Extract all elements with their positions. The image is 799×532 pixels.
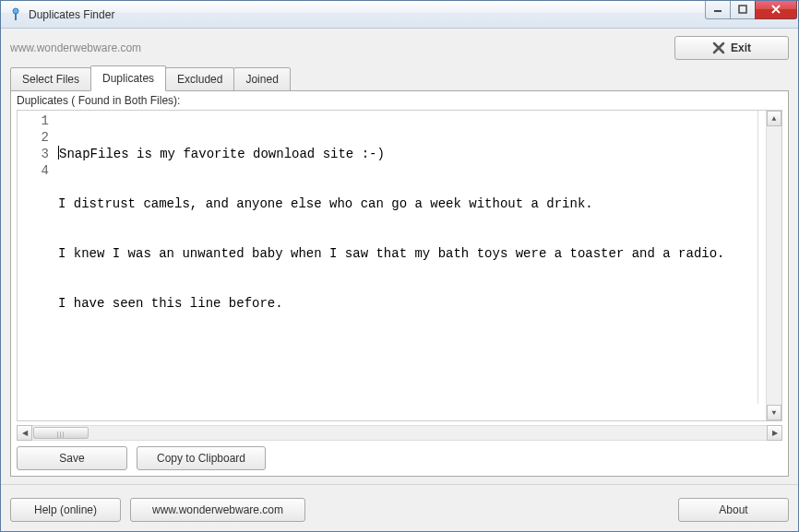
scroll-down-arrow-icon[interactable]: ▼ xyxy=(767,405,781,420)
top-toolbar: www.wonderwebware.com Exit xyxy=(10,36,789,60)
svg-rect-2 xyxy=(714,10,721,12)
close-button[interactable] xyxy=(755,1,797,19)
panel-actions: Save Copy to Clipboard xyxy=(11,446,788,476)
hscroll-track[interactable] xyxy=(31,426,768,440)
editor-line: SnapFiles is my favorite download site :… xyxy=(59,147,385,161)
maximize-button[interactable] xyxy=(730,1,756,19)
editor-line: I distrust camels, and anyone else who c… xyxy=(58,196,593,211)
save-button[interactable]: Save xyxy=(17,446,127,470)
footer-bar: Help (online) www.wonderwebware.com Abou… xyxy=(10,498,789,522)
site-label: www.wonderwebware.com xyxy=(10,41,141,54)
window-title: Duplicates Finder xyxy=(29,8,706,21)
window-controls xyxy=(706,1,797,19)
exit-button-label: Exit xyxy=(731,41,751,54)
duplicates-panel: Duplicates ( Found in Both Files): 1234 … xyxy=(10,90,789,477)
vertical-scrollbar[interactable]: ▲ ▼ xyxy=(766,111,781,420)
titlebar[interactable]: Duplicates Finder xyxy=(1,1,798,29)
minimize-button[interactable] xyxy=(705,1,731,19)
scroll-right-arrow-icon[interactable]: ▶ xyxy=(767,425,782,441)
scroll-left-arrow-icon[interactable]: ◀ xyxy=(17,425,32,441)
exit-x-icon xyxy=(712,41,725,54)
help-online-button[interactable]: Help (online) xyxy=(10,498,121,522)
editor-content[interactable]: SnapFiles is my favorite download site :… xyxy=(54,111,766,420)
scroll-up-arrow-icon[interactable]: ▲ xyxy=(767,111,781,126)
exit-button[interactable]: Exit xyxy=(674,36,789,60)
about-button[interactable]: About xyxy=(678,498,789,522)
app-icon xyxy=(8,7,23,22)
editor-line: I knew I was an unwanted baby when I saw… xyxy=(58,246,725,261)
line-number-gutter: 1234 xyxy=(18,111,54,420)
footer-divider xyxy=(1,484,798,485)
tab-duplicates[interactable]: Duplicates xyxy=(90,65,166,91)
tab-select-files[interactable]: Select Files xyxy=(10,67,91,91)
content-area: www.wonderwebware.com Exit Select Files … xyxy=(1,29,798,531)
right-margin-line xyxy=(757,111,758,404)
tab-joined[interactable]: Joined xyxy=(233,67,290,91)
app-window: Duplicates Finder www.wonderwebware.com … xyxy=(0,0,799,532)
horizontal-scrollbar[interactable]: ◀ ▶ xyxy=(17,425,782,441)
tab-strip: Select Files Duplicates Excluded Joined xyxy=(10,67,789,91)
copy-to-clipboard-button[interactable]: Copy to Clipboard xyxy=(137,446,266,470)
svg-rect-3 xyxy=(739,6,746,13)
editor-line: I have seen this line before. xyxy=(58,296,283,311)
hscroll-thumb[interactable] xyxy=(33,427,89,439)
text-editor[interactable]: 1234 SnapFiles is my favorite download s… xyxy=(17,110,782,421)
website-button[interactable]: www.wonderwebware.com xyxy=(130,498,305,522)
tab-excluded[interactable]: Excluded xyxy=(165,67,234,91)
svg-rect-1 xyxy=(15,13,17,20)
panel-heading: Duplicates ( Found in Both Files): xyxy=(11,91,788,110)
